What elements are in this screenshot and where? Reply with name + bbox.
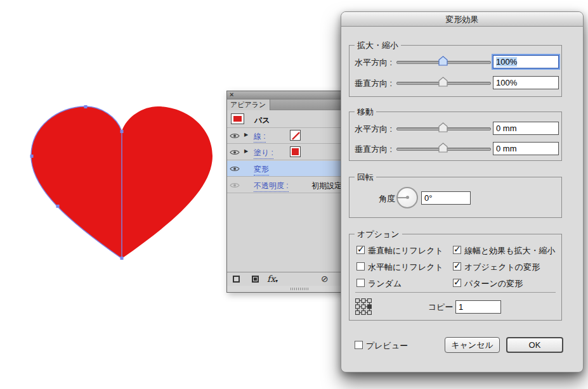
add-fill-icon[interactable] [252, 276, 259, 283]
copies-input[interactable]: 1 [455, 300, 501, 314]
ok-button[interactable]: OK [506, 337, 563, 353]
fill-link[interactable]: 塗り : [254, 148, 273, 159]
resize-grip[interactable] [291, 288, 308, 290]
reference-point-icon[interactable] [355, 298, 372, 315]
move-horizontal-label: 水平方向 : [355, 124, 392, 135]
dialog-title: 変形効果 [446, 15, 479, 24]
move-group: 移動 水平方向 : 0 mm 垂直方向 : 0 mm [349, 112, 562, 161]
checkbox[interactable] [453, 279, 461, 287]
eye-icon[interactable] [230, 149, 240, 156]
close-icon[interactable]: × [230, 91, 233, 98]
fill-color [292, 148, 299, 155]
transform-effect-dialog: 変形効果 拡大・縮小 水平方向 : 100% 垂直方向 : [341, 11, 584, 373]
checkbox[interactable] [356, 246, 365, 254]
fill-swatch[interactable] [290, 146, 301, 157]
option-transform-objects[interactable]: オブジェクトの変形 [453, 262, 561, 272]
options-group: オプション 垂直軸にリフレクト 線幅と効果も拡大・縮小 水平軸にリフレクト オブ… [349, 234, 562, 321]
angle-input[interactable]: 0° [421, 191, 471, 205]
scale-vertical-slider-thumb[interactable] [438, 77, 448, 87]
scale-vertical-input[interactable]: 100% [493, 76, 559, 89]
rotation-dial[interactable] [396, 187, 418, 208]
clear-appearance-icon[interactable]: ⊘ [321, 274, 329, 284]
scale-vertical-label: 垂直方向 : [355, 78, 392, 89]
opacity-value: 初期設定 [311, 181, 342, 191]
move-legend: 移動 [355, 106, 376, 118]
preview-option[interactable]: プレビュー [355, 340, 431, 350]
cancel-button[interactable]: キャンセル [445, 337, 500, 353]
path-thumbnail-fill [233, 116, 242, 122]
disclosure-triangle-icon[interactable]: ▶ [244, 148, 248, 154]
opacity-link[interactable]: 不透明度 : [254, 181, 289, 192]
stroke-color-diagonal [292, 132, 300, 140]
rotate-group: 回転 角度 : 0° [349, 177, 562, 218]
move-horizontal-slider-thumb[interactable] [438, 122, 448, 132]
scale-horizontal-label: 水平方向 : [355, 57, 392, 68]
rotate-legend: 回転 [355, 172, 376, 183]
scale-group: 拡大・縮小 水平方向 : 100% 垂直方向 : 100% [349, 45, 562, 97]
option-reflect-x[interactable]: 垂直軸にリフレクト [356, 245, 452, 255]
path-label: パス [254, 115, 270, 126]
add-stroke-icon[interactable] [233, 276, 240, 283]
option-transform-patterns[interactable]: パターンの変形 [453, 278, 561, 288]
stroke-link[interactable]: 線 : [254, 131, 266, 143]
move-vertical-input[interactable]: 0 mm [493, 142, 559, 155]
checkbox[interactable] [356, 262, 365, 271]
transform-effect-link[interactable]: 変形 [254, 164, 269, 175]
checkbox[interactable] [453, 262, 461, 271]
options-divider [355, 292, 556, 293]
illustrator-workspace: × アピアランス パス ▶ 線 : [0, 0, 588, 389]
eye-icon-dimmed[interactable] [230, 182, 240, 189]
preview-checkbox[interactable] [355, 341, 363, 349]
option-scale-strokes[interactable]: 線幅と効果も拡大・縮小 [453, 245, 561, 255]
eye-icon[interactable] [230, 165, 240, 172]
move-vertical-label: 垂直方向 : [355, 144, 392, 155]
dial-hub [406, 196, 409, 199]
path-thumbnail [231, 113, 244, 124]
checkbox[interactable] [356, 279, 365, 287]
scale-legend: 拡大・縮小 [355, 40, 401, 51]
copies-label: コピー [428, 302, 454, 313]
option-reflect-y[interactable]: 水平軸にリフレクト [356, 262, 452, 272]
options-legend: オプション [355, 229, 402, 240]
scale-horizontal-slider-thumb[interactable] [438, 56, 448, 66]
move-vertical-slider-thumb[interactable] [438, 143, 448, 153]
eye-icon[interactable] [230, 132, 240, 139]
option-random[interactable]: ランダム [356, 278, 452, 288]
scale-horizontal-input[interactable]: 100% [493, 55, 559, 68]
add-effect-icon[interactable]: fx▾ [267, 274, 278, 284]
dialog-titlebar[interactable]: 変形効果 [341, 12, 583, 27]
stroke-swatch[interactable] [290, 130, 301, 141]
disclosure-triangle-icon[interactable]: ▶ [244, 132, 248, 137]
heart-shape[interactable] [27, 103, 216, 262]
checkbox[interactable] [453, 246, 461, 254]
tab-appearance[interactable]: アピアランス [227, 99, 270, 110]
move-horizontal-input[interactable]: 0 mm [493, 122, 559, 135]
